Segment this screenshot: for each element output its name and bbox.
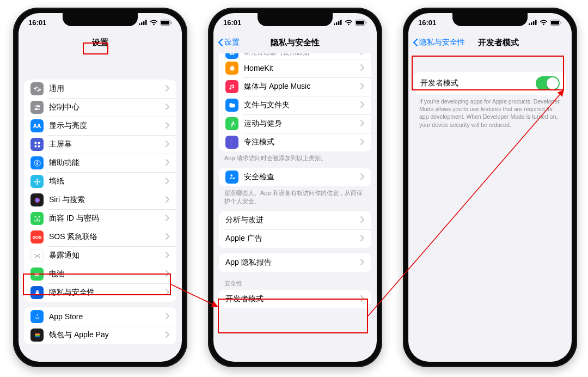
row-focus[interactable]: 专注模式 [219,133,371,151]
row-label: 墙纸 [49,177,166,186]
chevron-right-icon [360,172,365,182]
svg-rect-45 [233,53,234,54]
chevron-right-icon [166,102,170,112]
notch [258,13,333,26]
row-label: 暴露通知 [49,251,166,260]
chevron-right-icon [360,137,365,147]
row-homekit[interactable]: HomeKit [219,59,371,77]
svg-rect-49 [531,22,532,25]
row-label: 文件与文件夹 [244,100,360,110]
nav-title-settings: 设置 [92,38,108,48]
row-privacy[interactable]: 隐私与安全性 [24,283,176,302]
row-safety-check[interactable]: 安全检查 [219,168,371,186]
row-developer-mode-toggle[interactable]: 开发者模式 [414,72,566,95]
toggle-switch[interactable] [536,76,560,90]
svg-rect-32 [35,333,40,334]
chevron-right-icon [360,119,365,129]
wallet-icon [30,329,44,342]
svg-point-23 [36,218,36,218]
chevron-right-icon [166,288,170,297]
chevron-right-icon [166,214,170,223]
svg-rect-13 [34,145,36,147]
status-time: 16:01 [28,19,46,27]
row-wallet[interactable]: 钱包与 Apple Pay [24,326,176,344]
chart-icon [225,53,238,59]
row-battery[interactable]: 电池 [24,265,176,283]
moon-icon [225,136,238,149]
row-media[interactable]: 媒体与 Apple Music [219,77,371,96]
row-label: 面容 ID 与密码 [49,214,166,223]
siri-icon [30,193,44,206]
back-button[interactable]: 隐私与安全性 [412,32,466,53]
row-fitness[interactable]: 运动与健身 [219,114,371,133]
row-faceid[interactable]: 面容 ID 与密码 [24,209,176,228]
svg-point-18 [36,178,38,180]
chevron-right-icon [166,139,170,149]
home-icon [225,62,238,75]
chevron-right-icon [360,82,365,92]
row-privacy-report[interactable]: App 隐私报告 [219,253,371,272]
appstore-icon [30,310,44,323]
row-label: 钱包与 Apple Pay [49,330,166,340]
wifi-icon [540,20,548,26]
svg-rect-35 [35,336,40,337]
chevron-left-icon [413,38,418,47]
chevron-right-icon [166,232,170,242]
row-developer-mode[interactable]: 开发者模式 [219,290,371,308]
back-label: 设置 [224,38,240,47]
grid-icon [30,138,44,151]
row-files[interactable]: 文件与文件夹 [219,96,371,114]
row-homescreen[interactable]: 主屏幕 [24,135,176,154]
row-label: 开发者模式 [420,78,536,88]
row-label: 通用 [49,84,166,94]
row-label: HomeKit [244,64,360,72]
notch [63,13,138,26]
svg-point-22 [34,197,39,202]
row-label: 专注模式 [244,137,360,147]
row-ads[interactable]: Apple 广告 [219,229,371,248]
status-time: 16:01 [418,19,436,27]
back-button[interactable]: 设置 [217,32,241,53]
svg-point-46 [232,121,234,123]
signal-icon [139,20,148,25]
svg-point-21 [38,181,40,183]
row-sos[interactable]: SOS SOS 紧急联络 [24,228,176,246]
wifi-icon [345,20,353,26]
svg-rect-37 [336,22,338,25]
row-research[interactable]: 研究传感器与使用数据 [219,53,371,59]
row-exposure[interactable]: 暴露通知 [24,246,176,265]
svg-rect-2 [143,21,145,25]
svg-rect-0 [139,23,140,25]
svg-rect-50 [533,21,535,25]
svg-rect-53 [551,21,559,25]
chevron-right-icon [360,53,365,57]
row-analytics[interactable]: 分析与改进 [219,211,371,229]
row-label: App Store [49,312,166,321]
svg-rect-34 [35,335,40,336]
hand-privacy-icon [30,286,44,299]
person-check-icon [225,171,238,184]
svg-rect-42 [366,21,367,23]
svg-rect-38 [338,21,340,25]
status-time: 16:01 [223,19,241,27]
svg-rect-12 [38,142,40,144]
row-controlcenter[interactable]: 控制中心 [24,98,176,117]
row-siri[interactable]: Siri 与搜索 [24,191,176,209]
battery-icon [550,20,562,26]
row-wallpaper[interactable]: 墙纸 [24,172,176,191]
chevron-right-icon [166,158,170,168]
svg-rect-51 [535,20,537,26]
svg-point-20 [34,181,36,183]
row-accessibility[interactable]: 辅助功能 [24,154,176,172]
svg-rect-6 [171,21,172,23]
row-display[interactable]: AA 显示与亮度 [24,117,176,135]
chevron-right-icon [166,251,170,260]
svg-point-19 [36,183,38,185]
chevron-left-icon [218,38,223,47]
chevron-right-icon [166,84,170,94]
svg-rect-39 [340,20,342,26]
svg-rect-41 [356,21,364,25]
row-appstore[interactable]: App Store [24,307,176,326]
svg-rect-36 [334,23,335,25]
row-general[interactable]: 通用 [24,80,176,98]
